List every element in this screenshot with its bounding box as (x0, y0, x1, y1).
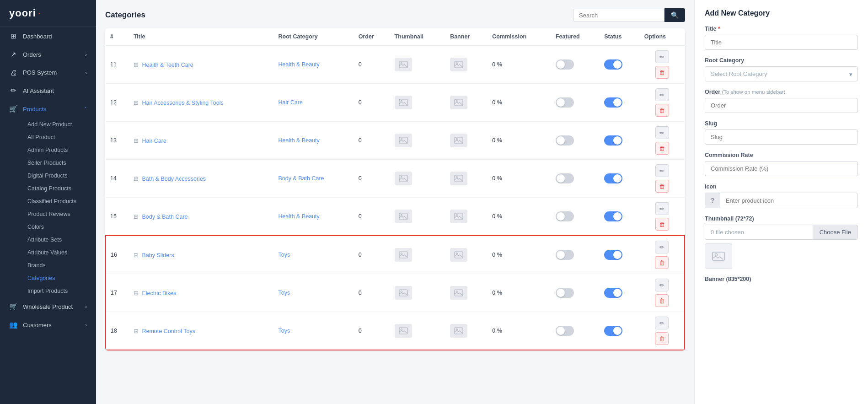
edit-button[interactable]: ✏ (655, 126, 669, 139)
commission-input[interactable] (705, 161, 858, 176)
sidebar-item-attribute-sets[interactable]: Attribute Sets (23, 233, 96, 246)
status-toggle[interactable] (604, 288, 622, 298)
svg-point-1 (401, 63, 402, 64)
row-featured[interactable] (551, 198, 600, 236)
edit-button[interactable]: ✏ (655, 50, 669, 63)
sidebar-item-pos[interactable]: 🖨 POS System › (0, 64, 96, 81)
row-status[interactable] (600, 122, 640, 160)
status-toggle[interactable] (604, 211, 622, 221)
slug-input[interactable] (705, 129, 858, 145)
delete-button[interactable]: 🗑 (655, 218, 669, 231)
delete-button[interactable]: 🗑 (655, 104, 669, 117)
row-featured[interactable] (551, 312, 600, 350)
sidebar-item-customers[interactable]: 👥 Customers › (0, 316, 96, 334)
row-status[interactable] (600, 312, 640, 350)
sidebar-item-digital-products[interactable]: Digital Products (23, 169, 96, 182)
root-category-select[interactable]: Select Root Category (705, 66, 858, 81)
delete-button[interactable]: 🗑 (655, 256, 669, 269)
edit-button[interactable]: ✏ (655, 164, 669, 177)
sidebar-item-all-product[interactable]: All Product (23, 131, 96, 144)
row-thumbnail (390, 312, 445, 350)
sidebar-item-attribute-values[interactable]: Attribute Values (23, 246, 96, 259)
sidebar-item-seller-products[interactable]: Seller Products (23, 156, 96, 169)
row-status[interactable] (600, 45, 640, 84)
row-status[interactable] (600, 236, 640, 274)
order-input[interactable] (705, 98, 858, 113)
row-featured[interactable] (551, 84, 600, 122)
row-featured[interactable] (551, 45, 600, 84)
featured-toggle[interactable] (556, 250, 574, 260)
submenu-label: Categories (27, 275, 55, 281)
delete-button[interactable]: 🗑 (655, 180, 669, 193)
sidebar-item-dashboard[interactable]: ⊞ Dashboard (0, 27, 96, 45)
row-status[interactable] (600, 160, 640, 198)
status-toggle[interactable] (604, 173, 622, 183)
delete-button[interactable]: 🗑 (655, 294, 669, 307)
row-status[interactable] (600, 198, 640, 236)
search-input[interactable] (573, 9, 664, 22)
sidebar-item-classified-products[interactable]: Classified Products (23, 195, 96, 208)
row-commission: 0 % (488, 198, 551, 236)
row-commission: 0 % (488, 160, 551, 198)
sidebar-item-import-products[interactable]: Import Products (23, 285, 96, 297)
delete-button[interactable]: 🗑 (655, 66, 669, 79)
row-status[interactable] (600, 274, 640, 312)
featured-toggle[interactable] (556, 211, 574, 221)
sidebar-item-brands[interactable]: Brands (23, 259, 96, 272)
row-options: ✏ 🗑 (640, 236, 685, 274)
sidebar-item-ai[interactable]: ✏ AI Assistant (0, 81, 96, 100)
row-featured[interactable] (551, 274, 600, 312)
row-featured[interactable] (551, 236, 600, 274)
status-toggle[interactable] (604, 97, 622, 108)
category-title: Bath & Body Accessories (142, 176, 206, 182)
status-toggle[interactable] (604, 250, 622, 260)
table-row: 12 ⊞ Hair Accessories & Styling Tools Ha… (106, 84, 685, 122)
delete-button[interactable]: 🗑 (655, 332, 669, 345)
edit-button[interactable]: ✏ (655, 88, 669, 101)
delete-button[interactable]: 🗑 (655, 142, 669, 155)
icon-input[interactable] (720, 194, 857, 208)
featured-toggle[interactable] (556, 97, 574, 108)
featured-toggle[interactable] (556, 173, 574, 183)
row-options: ✏ 🗑 (640, 312, 685, 350)
status-toggle[interactable] (604, 59, 622, 70)
sidebar-item-admin-products[interactable]: Admin Products (23, 144, 96, 156)
banner-placeholder (450, 134, 467, 147)
row-id: 13 (106, 122, 129, 160)
search-button[interactable]: 🔍 (664, 8, 685, 22)
icon-btn[interactable]: ? (705, 193, 720, 208)
row-id: 12 (106, 84, 129, 122)
title-input[interactable] (705, 35, 858, 50)
sidebar-item-products[interactable]: 🛒 Products ˅ (0, 100, 96, 118)
choose-file-button[interactable]: Choose File (813, 225, 857, 239)
sidebar-item-wholesale[interactable]: 🛒 Wholesale Product › (0, 297, 96, 316)
status-toggle[interactable] (604, 326, 622, 336)
sidebar-item-product-reviews[interactable]: Product Reviews (23, 208, 96, 221)
col-root: Root Category (273, 28, 354, 45)
sidebar-item-colors[interactable]: Colors (23, 221, 96, 233)
sidebar-item-add-product[interactable]: Add New Product (23, 118, 96, 131)
sidebar-item-orders[interactable]: ↗ Orders › (0, 45, 96, 64)
sidebar-item-categories[interactable]: Categories (23, 272, 96, 285)
edit-button[interactable]: ✏ (655, 241, 669, 253)
svg-rect-20 (399, 252, 407, 258)
row-id: 18 (106, 312, 129, 350)
row-featured[interactable] (551, 160, 600, 198)
row-featured[interactable] (551, 122, 600, 160)
banner-placeholder (450, 58, 467, 71)
slug-group: Slug (705, 120, 858, 145)
edit-button[interactable]: ✏ (655, 317, 669, 329)
toggle-knob (613, 327, 622, 335)
featured-toggle[interactable] (556, 59, 574, 70)
row-banner (445, 274, 488, 312)
edit-button[interactable]: ✏ (655, 202, 669, 215)
edit-button[interactable]: ✏ (655, 279, 669, 291)
status-toggle[interactable] (604, 135, 622, 145)
row-order: 0 (354, 312, 390, 350)
row-status[interactable] (600, 84, 640, 122)
featured-toggle[interactable] (556, 135, 574, 145)
thumbnail-placeholder (395, 96, 412, 109)
sidebar-item-catalog-products[interactable]: Catalog Products (23, 182, 96, 195)
featured-toggle[interactable] (556, 288, 574, 298)
featured-toggle[interactable] (556, 326, 574, 336)
